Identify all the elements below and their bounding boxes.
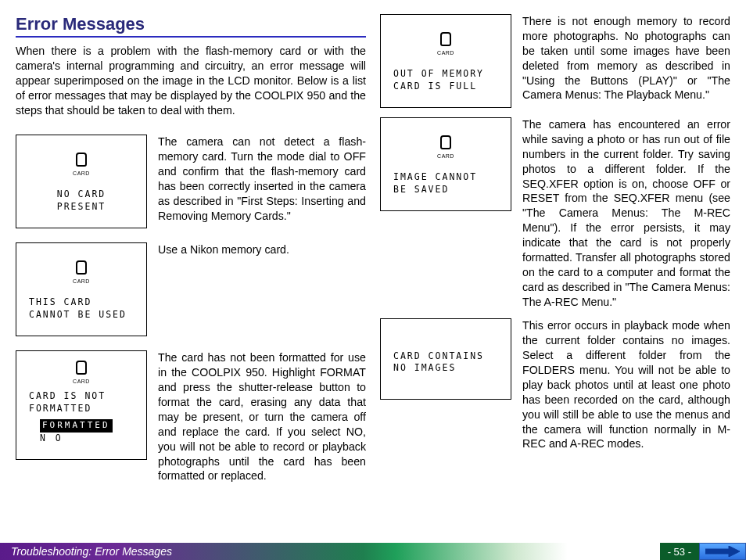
lcd-image-cannot-be-saved: CARD IMAGE CANNOT BE SAVED xyxy=(380,117,511,211)
card-icon: CARD xyxy=(73,260,90,284)
card-icon-label: CARD xyxy=(73,171,90,176)
arrow-right-icon xyxy=(705,546,740,557)
page-title: Error Messages xyxy=(16,14,366,34)
lcd-card-not-formatted: CARD CARD IS NOT FORMATTED FORMATTED N O xyxy=(16,350,147,460)
next-page-button[interactable] xyxy=(699,543,746,560)
error-row: CARD IMAGE CANNOT BE SAVED The camera ha… xyxy=(380,117,730,309)
card-icon: CARD xyxy=(437,135,454,159)
footer-page-number: - 53 - xyxy=(660,543,699,560)
lcd-message: NO CARD PRESENT xyxy=(29,188,134,213)
card-icon-label: CARD xyxy=(437,153,454,159)
card-icon-label: CARD xyxy=(73,379,90,384)
left-column: Error Messages When there is a problem w… xyxy=(16,14,366,541)
error-description: The card has not been formatted for use … xyxy=(158,350,366,483)
lcd-message: CARD CONTAINS NO IMAGES xyxy=(393,350,498,375)
lcd-card-cannot-be-used: CARD THIS CARD CANNOT BE USED xyxy=(16,242,147,336)
error-row: CARD THIS CARD CANNOT BE USED Use a Niko… xyxy=(16,242,366,336)
error-description: The camera can not detect a flash-memory… xyxy=(158,135,366,228)
lcd-message: OUT OF MEMORY CARD IS FULL xyxy=(393,68,498,92)
option-no: N O xyxy=(40,433,63,443)
card-icon: CARD xyxy=(437,32,454,56)
footer-section-label: Troubleshooting: Error Messages xyxy=(0,543,660,560)
lcd-message: IMAGE CANNOT BE SAVED xyxy=(393,171,498,196)
page-body: Error Messages When there is a problem w… xyxy=(0,0,746,541)
lcd-options: FORMATTED N O xyxy=(29,419,134,444)
error-description: There is not enough memory to record mor… xyxy=(522,14,730,102)
error-row: CARD OUT OF MEMORY CARD IS FULL There is… xyxy=(380,14,730,108)
svg-marker-0 xyxy=(705,546,740,557)
error-description: The camera has encountered an error whil… xyxy=(522,117,730,309)
intro-paragraph: When there is a problem with the flash-m… xyxy=(16,44,366,117)
lcd-no-card-present: CARD NO CARD PRESENT xyxy=(16,135,147,228)
column-layout: Error Messages When there is a problem w… xyxy=(16,14,730,541)
page-footer: Troubleshooting: Error Messages - 53 - xyxy=(0,543,746,560)
option-formatted-highlighted: FORMATTED xyxy=(40,419,113,433)
card-icon: CARD xyxy=(73,361,90,384)
lcd-card-contains-no-images: CARD CONTAINS NO IMAGES xyxy=(380,318,511,400)
lcd-message: CARD IS NOT FORMATTED xyxy=(29,390,134,415)
card-icon-label: CARD xyxy=(437,50,454,56)
lcd-message: THIS CARD CANNOT BE USED xyxy=(29,296,134,321)
error-description: This error occurs in playback mode when … xyxy=(522,318,730,451)
error-row: CARD NO CARD PRESENT The camera can not … xyxy=(16,135,366,228)
right-column: CARD OUT OF MEMORY CARD IS FULL There is… xyxy=(380,14,730,541)
error-description: Use a Nikon memory card. xyxy=(158,242,366,336)
title-rule xyxy=(16,36,366,38)
card-icon: CARD xyxy=(73,153,90,176)
error-row: CARD CONTAINS NO IMAGES This error occur… xyxy=(380,318,730,451)
error-row: CARD CARD IS NOT FORMATTED FORMATTED N O… xyxy=(16,350,366,483)
lcd-out-of-memory: CARD OUT OF MEMORY CARD IS FULL xyxy=(380,14,511,108)
card-icon-label: CARD xyxy=(73,278,90,284)
